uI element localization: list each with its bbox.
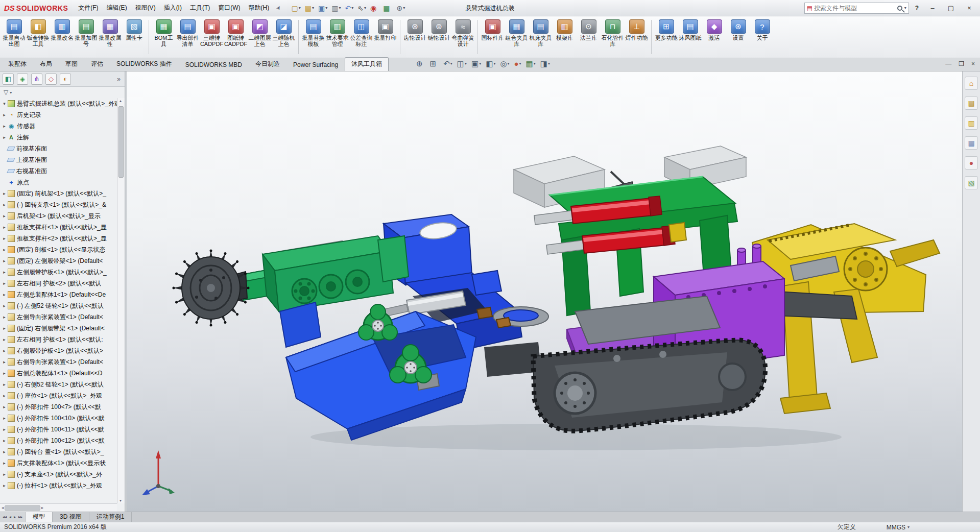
expand-arrow-icon[interactable] xyxy=(1,371,8,376)
minimize-button[interactable]: – xyxy=(925,4,940,12)
dimxpertmanager-tab[interactable]: ◇ xyxy=(45,74,57,85)
view-settings-button[interactable]: ◨ ▾ xyxy=(539,59,552,68)
ribbon-button[interactable]: ⊙ 法兰库 xyxy=(577,18,601,49)
apply-scene-button[interactable]: ▦ ▾ xyxy=(524,59,537,68)
cutting-head[interactable] xyxy=(173,250,250,327)
units-selector[interactable]: MMGS ▾ xyxy=(887,524,910,531)
hide-show-items-button[interactable]: ◎ ▾ xyxy=(498,59,511,68)
ribbon-button[interactable]: ⊚ 链轮设计 xyxy=(427,18,451,49)
expand-arrow-icon[interactable] xyxy=(1,416,8,421)
expand-arrow-icon[interactable] xyxy=(1,461,8,466)
propertymanager-tab[interactable]: ◈ xyxy=(17,74,28,85)
tree-item[interactable]: 悬臂式掘进机总装 (默认<<默认>_外观 xyxy=(0,98,117,109)
scrollbar-thumb[interactable] xyxy=(5,505,40,511)
expand-arrow-icon[interactable] xyxy=(1,449,8,454)
appearances-tab[interactable]: ● xyxy=(965,156,978,170)
tree-item[interactable]: 推板支撑杆<1> (默认<<默认>_显 xyxy=(0,222,117,233)
tree-item[interactable]: (-) 外部扣件 100<10> (默认<<默 xyxy=(0,413,117,424)
previous-view-button[interactable]: ↶ ▾ xyxy=(442,59,454,68)
caret-icon[interactable]: ▾ xyxy=(10,90,12,95)
ribbon-button[interactable]: ▤ 批量替换模板 xyxy=(301,18,325,49)
filter-icon[interactable]: ▽ xyxy=(4,89,8,96)
tree-item[interactable]: 左侧履带护板<1> (默认<<默认>_ xyxy=(0,267,117,278)
file-properties-button[interactable]: ▦ ▾ xyxy=(381,4,394,13)
save-button[interactable]: ▣ ▾ xyxy=(316,4,329,13)
menu-item[interactable]: 编辑(E) xyxy=(103,2,131,14)
tree-item[interactable]: (固定) 右侧履带架 <1> (Default< xyxy=(0,323,117,334)
maximize-button[interactable]: ▢ xyxy=(943,4,959,12)
tree-item[interactable]: 上视基准面 xyxy=(0,154,117,165)
machine-model[interactable] xyxy=(127,71,962,512)
ribbon-button[interactable]: ▦ 批量改属性 xyxy=(98,18,122,49)
ribbon-button[interactable]: ▥ 技术要求管理 xyxy=(325,18,349,49)
tree-item[interactable]: 传感器 xyxy=(0,120,117,132)
file-explorer-tab[interactable]: ▥ xyxy=(965,116,978,130)
commandmanager-tab[interactable]: SOLIDWORKS 插件 xyxy=(110,57,179,71)
menu-item[interactable]: 视图(V) xyxy=(131,2,160,14)
ribbon-button[interactable]: ▧ 属性卡 xyxy=(122,18,146,49)
commandmanager-tab[interactable]: 沐风工具箱 xyxy=(345,57,389,71)
ribbon-button[interactable]: ▤ 批量自动出图 xyxy=(2,18,26,49)
tree-item[interactable]: 右侧导向张紧装置<1> (Default< xyxy=(0,356,117,368)
tree-item[interactable]: (-) 座位<1> (默认<<默认>_外观 xyxy=(0,390,117,401)
expand-arrow-icon[interactable] xyxy=(1,247,8,252)
expand-arrow-icon[interactable] xyxy=(1,337,8,342)
zoom-area-button[interactable]: ⊞ ▾ xyxy=(428,59,441,68)
expand-arrow-icon[interactable] xyxy=(1,112,8,117)
expand-arrow-icon[interactable] xyxy=(1,202,8,207)
last-tab-button[interactable]: ▸▸ xyxy=(18,515,22,519)
scrollbar-thumb[interactable] xyxy=(118,106,124,178)
new-document-button[interactable]: ▢ ▾ xyxy=(290,4,303,13)
expand-arrow-icon[interactable] xyxy=(1,382,8,387)
ribbon-button[interactable]: ⊞ 更多功能 xyxy=(654,18,678,49)
tree-item[interactable]: 后机架<1> (默认<<默认>_显示 xyxy=(0,210,117,222)
tree-item[interactable]: 注解 xyxy=(0,132,117,143)
ribbon-button[interactable]: ▤ 沐风图纸 xyxy=(678,18,702,49)
expand-arrow-icon[interactable] xyxy=(1,101,8,106)
expand-arrow-icon[interactable] xyxy=(1,404,8,409)
tree-vertical-scrollbar[interactable] xyxy=(117,98,125,503)
commandmanager-tab[interactable]: 装配体 xyxy=(2,57,33,71)
commandmanager-tab[interactable]: Power Surfacing xyxy=(286,59,345,71)
featuremanager-tab[interactable]: ◧ xyxy=(3,74,14,85)
doc-minimize-button[interactable]: — xyxy=(945,60,951,67)
tree-item[interactable]: 推板支撑杆<2> (默认<<默认>_显 xyxy=(0,233,117,244)
ribbon-button[interactable]: ▤ 机床夹具库 xyxy=(529,18,553,49)
expand-arrow-icon[interactable] xyxy=(1,483,8,488)
tree-item[interactable]: 左右相同 护板<1> (默认<<默认: xyxy=(0,334,117,345)
tree-item[interactable]: 后支撑装配体<1> (默认<<显示状 xyxy=(0,457,117,469)
tree-item[interactable]: (-) 左侧52 链轮<1> (默认<<默认 xyxy=(0,300,117,311)
tree-item[interactable]: 历史记录 xyxy=(0,109,117,120)
print-button[interactable]: ▥ ▾ xyxy=(329,4,343,13)
document-tab[interactable]: 3D 视图 xyxy=(53,512,89,522)
ribbon-button[interactable]: ⊥ 焊件功能 xyxy=(625,18,649,49)
tree-item[interactable]: (-) 支承座<1> (默认<<默认>_外 xyxy=(0,469,117,480)
ribbon-button[interactable]: ⊓ 石化管件库 xyxy=(601,18,625,49)
displaymanager-tab[interactable]: ◐ xyxy=(60,74,71,85)
tree-item[interactable]: (-) 外部扣件 100<12> (默认<<默 xyxy=(0,435,117,446)
section-view-button[interactable]: ◫ ▾ xyxy=(456,59,468,68)
tree-item[interactable]: 左侧导向张紧装置<1> (Default< xyxy=(0,311,117,323)
tree-item[interactable]: (固定) 左侧履带架<1> (Default< xyxy=(0,255,117,267)
tree-item[interactable]: 前视基准面 xyxy=(0,143,117,154)
tree-item[interactable]: (固定) 前机架<1> (默认<<默认>_ xyxy=(0,188,117,199)
options-button[interactable]: ⊛ ▾ xyxy=(394,4,407,13)
tree-item[interactable]: (-) 回转台 盖<1> (默认<<默认>_ xyxy=(0,446,117,457)
expand-arrow-icon[interactable] xyxy=(1,270,8,275)
tree-item[interactable]: (-) 回转支承<1> (默认<<默认>_& xyxy=(0,199,117,210)
expand-arrow-icon[interactable] xyxy=(1,281,8,286)
undo-button[interactable]: ↶ ▾ xyxy=(343,4,356,13)
tree-item[interactable]: 左右相同 护板<2> (默认<<默认 xyxy=(0,278,117,289)
ribbon-button[interactable]: ▦ 组合夹具库 xyxy=(505,18,529,49)
menu-item[interactable]: 帮助(H) xyxy=(245,2,274,14)
commandmanager-tab[interactable]: SOLIDWORKS MBD xyxy=(179,59,249,71)
expand-arrow-icon[interactable] xyxy=(1,135,8,140)
tree-item[interactable]: (-) 右侧52 链轮<1> (默认<<默认 xyxy=(0,379,117,390)
select-button[interactable]: ⇖ ▾ xyxy=(355,4,368,13)
expand-arrow-icon[interactable] xyxy=(1,427,8,432)
ribbon-button[interactable]: ◆ 激活 xyxy=(702,18,726,49)
expand-arrow-icon[interactable] xyxy=(1,236,8,241)
zoom-fit-button[interactable]: ⊕ ▾ xyxy=(415,59,427,68)
tree-item[interactable]: 右侧总装配体1<1> (Default<<D xyxy=(0,368,117,379)
display-style-button[interactable]: ◧ ▾ xyxy=(484,59,497,68)
